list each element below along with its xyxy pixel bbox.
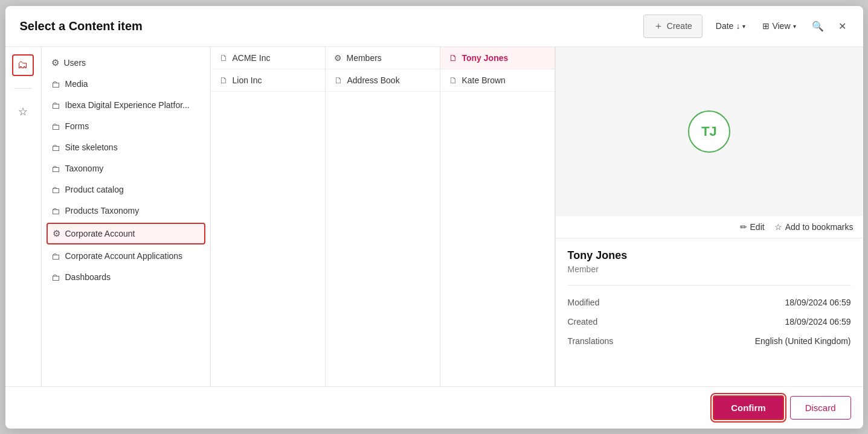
translations-row: Translations English (United Kingdom) [568,331,851,351]
date-sort-button[interactable]: Date ↓ ▾ [710,18,752,34]
header-controls: Date ↓ ▾ ⊞ View ▾ 🔍 ✕ [710,17,851,36]
modal-footer: Confirm Discard [5,386,863,429]
nav-item-product-catalog[interactable]: 🗀 Product catalog [42,179,210,200]
nav-item-products-taxonomy[interactable]: 🗀 Products Taxonomy [42,200,210,222]
nav-item-corporate-account-applications[interactable]: 🗀 Corporate Account Applications [42,246,210,267]
preview-panel: TJ ✏ Edit ☆ Add to bookmarks [555,47,863,386]
folder-icon: 🗀 [51,121,60,132]
list-item[interactable]: ⚙ Members [326,47,440,69]
nav-item-label: Forms [65,121,89,131]
column-panel-1: 🗋 ACME Inc 🗋 Lion Inc [211,47,326,386]
file-icon: 🗋 [334,75,342,85]
item-label: Address Book [347,75,400,85]
folder-icon: 🗀 [51,142,60,153]
nav-item-label: Products Taxonomy [65,206,140,215]
avatar-initials: TJ [701,124,717,139]
preview-type: Member [568,264,851,274]
nav-item-label: Corporate Account Applications [65,251,183,261]
created-value: 18/09/2024 06:59 [785,317,851,327]
folder-icon: 🗀 [51,185,60,195]
view-label: View [772,21,790,31]
list-item[interactable]: 🗋 Tony Jones [440,47,555,69]
nav-item-label: Product catalog [65,185,124,194]
bookmark-label: Add to bookmarks [785,222,854,232]
nav-item-media[interactable]: 🗀 Media [42,74,210,95]
item-label: Kate Brown [462,75,506,85]
list-item[interactable]: 🗋 Address Book [326,69,440,92]
close-icon: ✕ [838,21,846,31]
folder-icon: 🗀 [51,100,60,110]
avatar: TJ [688,110,730,153]
nav-item-users[interactable]: ⚙ Users [42,52,210,74]
modal-body: 🗂 ☆ ⚙ Users 🗀 Media 🗀 Ib [5,47,863,386]
preview-actions: ✏ Edit ☆ Add to bookmarks [556,216,863,238]
nav-item-corporate-account[interactable]: ⚙ Corporate Account [47,223,205,244]
nav-item-label: Taxonomy [65,164,104,173]
nav-item-dashboards[interactable]: 🗀 Dashboards [42,267,210,288]
create-label: Create [667,21,692,31]
nav-item-label: Corporate Account [65,229,135,238]
column-panel-3: 🗋 Tony Jones 🗋 Kate Brown [440,47,555,386]
nav-item-site-skeletons[interactable]: 🗀 Site skeletons [42,137,210,158]
discard-button[interactable]: Discard [790,396,851,420]
date-label: Date [716,21,734,31]
plus-icon: ＋ [654,20,663,33]
add-to-bookmarks-button[interactable]: ☆ Add to bookmarks [774,222,854,232]
edit-icon: ✏ [740,222,747,232]
list-item[interactable]: 🗋 Kate Brown [440,69,555,92]
star-icon: ☆ [18,105,28,118]
sidebar-bookmarks-icon[interactable]: ☆ [12,101,34,123]
gear-icon: ⚙ [53,228,60,239]
close-button[interactable]: ✕ [834,17,851,36]
preview-name: Tony Jones [568,249,851,262]
preview-divider [568,285,851,286]
columns-area: 🗋 ACME Inc 🗋 Lion Inc ⚙ Members [211,47,863,386]
file-icon: 🗋 [219,53,228,63]
folder-icon: 🗀 [51,206,60,216]
file-icon: 🗋 [219,75,228,85]
sort-arrow-icon: ↓ [736,21,740,31]
edit-label: Edit [750,222,765,232]
translations-label: Translations [568,336,614,346]
view-button[interactable]: ⊞ View ▾ [756,18,802,34]
gear-icon: ⚙ [51,57,59,68]
nav-item-forms[interactable]: 🗀 Forms [42,116,210,137]
column-panel-2: ⚙ Members 🗋 Address Book [326,47,440,386]
folder-icon: 🗀 [51,164,60,174]
search-icon: 🔍 [812,21,824,31]
created-label: Created [568,317,598,327]
list-item[interactable]: 🗋 ACME Inc [211,47,325,69]
header-right: ＋ Create Date ↓ ▾ ⊞ View ▾ 🔍 [643,14,851,38]
item-label: Lion Inc [233,75,262,85]
nav-item-label: Dashboards [65,272,111,282]
modal-title: Select a Content item [20,19,143,33]
bookmark-icon: ☆ [774,222,782,232]
edit-button[interactable]: ✏ Edit [740,222,765,232]
nav-item-label: Users [64,58,86,68]
confirm-button[interactable]: Confirm [713,395,784,420]
nav-item-ibexa[interactable]: 🗀 Ibexa Digital Experience Platfor... [42,95,210,116]
list-item[interactable]: 🗋 Lion Inc [211,69,325,92]
file-icon-pink: 🗋 [449,53,457,63]
item-label: ACME Inc [233,53,271,63]
view-grid-icon: ⊞ [762,21,770,31]
sidebar-content-tree-icon[interactable]: 🗂 [12,54,34,76]
folder-icon: 🗀 [51,272,60,282]
item-label: Members [347,53,382,63]
nav-item-taxonomy[interactable]: 🗀 Taxonomy [42,158,210,179]
nav-item-label: Site skeletons [65,142,118,152]
nav-panel: ⚙ Users 🗀 Media 🗀 Ibexa Digital Experien… [42,47,211,386]
preview-info: Tony Jones Member Modified 18/09/2024 06… [556,238,863,386]
item-label: Tony Jones [462,53,509,63]
folder-icon: 🗀 [51,79,60,89]
sidebar-divider [14,88,32,89]
modal-header: Select a Content item ＋ Create Date ↓ ▾ … [5,6,863,47]
nav-item-label: Ibexa Digital Experience Platfor... [65,100,190,110]
translations-value: English (United Kingdom) [755,336,851,346]
view-chevron-icon: ▾ [793,23,796,30]
create-button[interactable]: ＋ Create [643,14,702,38]
preview-image-area: TJ [556,47,863,216]
modified-value: 18/09/2024 06:59 [785,298,851,307]
nav-item-label: Media [65,79,88,89]
search-button[interactable]: 🔍 [807,17,829,36]
